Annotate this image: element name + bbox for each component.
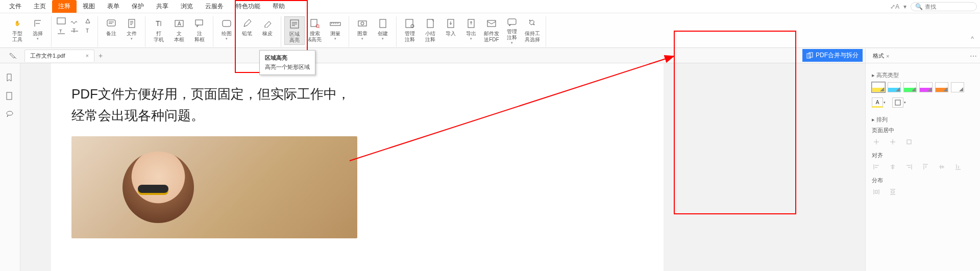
svg-text:T: T	[156, 19, 160, 28]
file-attach-button[interactable]: 文件▾	[121, 16, 142, 45]
align-right-icon[interactable]	[904, 162, 914, 171]
distribute-h-icon[interactable]	[872, 187, 881, 196]
ribbon-collapse-icon[interactable]: ^	[969, 33, 976, 44]
menu-annotate[interactable]: 注释	[52, 0, 77, 13]
drawshape-button[interactable]: 绘图▾	[216, 16, 237, 45]
left-sidebar	[0, 63, 20, 271]
format-tab[interactable]: 格式×	[870, 51, 892, 61]
bookmark-icon[interactable]	[6, 73, 15, 83]
center-v-icon[interactable]	[888, 137, 897, 146]
mail-button[interactable]: 邮件发 送FDF	[481, 16, 502, 45]
mgr-comment-button[interactable]: 管理 注释▾	[502, 16, 522, 45]
replace-icon[interactable]: T	[81, 27, 94, 36]
svg-rect-18	[406, 19, 413, 28]
center-both-icon[interactable]	[904, 137, 914, 146]
menu-home[interactable]: 主页	[28, 0, 52, 13]
document-canvas[interactable]: PDF文件方便好用，页面固定，但实际工作中， 经常会出现各种问题。	[20, 63, 980, 271]
textbox-icon: A	[173, 17, 185, 30]
menu-browse[interactable]: 浏览	[175, 0, 199, 13]
swatch-orange[interactable]	[935, 82, 948, 92]
import-button[interactable]: 导入	[440, 16, 461, 45]
align-top-icon[interactable]	[921, 162, 930, 171]
note-button[interactable]: 备注	[101, 16, 121, 45]
summary-button[interactable]: 小结 注释	[420, 16, 440, 45]
menu-protect[interactable]: 保护	[126, 0, 150, 13]
pdf-merge-split-button[interactable]: PDF合并与拆分	[802, 49, 863, 62]
search-input[interactable]	[925, 4, 971, 10]
area-highlight-icon	[288, 18, 301, 30]
close-tab-icon[interactable]: ×	[85, 53, 88, 59]
align-left-icon[interactable]	[872, 162, 881, 171]
strikeout-icon[interactable]: T	[68, 27, 81, 36]
squiggly-icon[interactable]	[68, 16, 81, 26]
menu-file[interactable]: 文件	[3, 0, 28, 13]
swatch-white[interactable]	[951, 82, 964, 92]
textcolor-button[interactable]: A▾	[872, 97, 883, 108]
align-center-icon[interactable]	[888, 162, 897, 171]
hand-icon: ✋	[11, 17, 23, 30]
search-icon: 🔍	[915, 3, 923, 10]
ruler-icon	[329, 17, 341, 30]
menu-view[interactable]: 视图	[77, 0, 101, 13]
menu-help[interactable]: 帮助	[266, 0, 291, 13]
stamp-icon	[356, 17, 369, 30]
menu-cloud[interactable]: 云服务	[199, 0, 230, 13]
fillcolor-button[interactable]: ▾	[892, 97, 903, 108]
select-tool[interactable]: 选择▾	[28, 16, 48, 45]
align-middle-icon[interactable]	[937, 162, 946, 171]
svg-rect-0	[57, 18, 65, 24]
doc-text-line2: 经常会出现各种问题。	[71, 105, 643, 127]
eraser-icon	[261, 17, 274, 30]
underline-icon[interactable]: T	[55, 27, 68, 36]
eraser-button[interactable]: 橡皮	[257, 16, 278, 45]
add-tab-button[interactable]: +	[99, 52, 103, 60]
swatch-yellow[interactable]	[872, 82, 885, 92]
svg-rect-35	[907, 140, 911, 144]
area-highlight-button[interactable]: 区域 高亮	[284, 16, 305, 45]
align-bottom-icon[interactable]	[953, 162, 963, 171]
svg-point-16	[361, 22, 364, 25]
note-icon	[105, 17, 117, 30]
file-tab[interactable]: 工作文件1.pdf ×	[24, 50, 94, 62]
center-h-icon[interactable]	[872, 137, 881, 146]
caret-icon[interactable]	[81, 16, 94, 26]
formatpaint-icon[interactable]	[9, 52, 17, 60]
search-highlight-button[interactable]: 搜索 &高亮	[305, 16, 325, 45]
measure-button[interactable]: 测量▾	[325, 16, 346, 45]
swatch-magenta[interactable]	[919, 82, 933, 92]
pages-icon[interactable]	[6, 92, 15, 101]
menu-share[interactable]: 共享	[150, 0, 175, 13]
comment-icon	[506, 17, 518, 28]
swatch-cyan[interactable]	[888, 82, 901, 92]
pencil-button[interactable]: 铅笔	[237, 16, 257, 45]
workspace: PDF文件方便好用，页面固定，但实际工作中， 经常会出现各种问题。	[0, 63, 980, 271]
export-button[interactable]: 导出▾	[461, 16, 481, 45]
select-icon	[32, 17, 44, 30]
svg-rect-5	[129, 19, 135, 28]
menu-table[interactable]: 表单	[101, 0, 126, 13]
svg-text:T: T	[59, 29, 62, 34]
stamp-button[interactable]: 图章▾	[352, 16, 373, 45]
comments-icon[interactable]	[6, 110, 15, 119]
highlight-icon[interactable]	[55, 16, 68, 26]
manage-button[interactable]: 管理 注释	[400, 16, 420, 45]
svg-rect-9	[195, 20, 203, 25]
textsize-icon[interactable]: ⤢A	[890, 3, 899, 10]
panel-more-icon[interactable]: ⋯	[970, 52, 977, 60]
svg-rect-17	[380, 19, 386, 28]
hand-tool[interactable]: ✋手型 工具	[7, 16, 28, 45]
search-box[interactable]: 🔍	[911, 2, 977, 11]
svg-point-33	[7, 111, 13, 115]
swatch-green[interactable]	[903, 82, 917, 92]
textbox-button[interactable]: A文 本框	[169, 16, 189, 45]
close-panel-icon[interactable]: ×	[886, 53, 889, 59]
menu-special[interactable]: 特色功能	[230, 0, 266, 13]
svg-text:T: T	[86, 28, 89, 34]
distribute-v-icon[interactable]	[888, 187, 897, 196]
pencil-icon	[241, 17, 253, 30]
callout-button[interactable]: 注 释框	[189, 16, 210, 45]
keep-tool-button[interactable]: 保持工 具选择	[522, 16, 543, 45]
typewriter-icon: T	[153, 17, 165, 30]
create-button[interactable]: 创建▾	[373, 16, 393, 45]
typewriter-button[interactable]: T打 字机	[149, 16, 169, 45]
